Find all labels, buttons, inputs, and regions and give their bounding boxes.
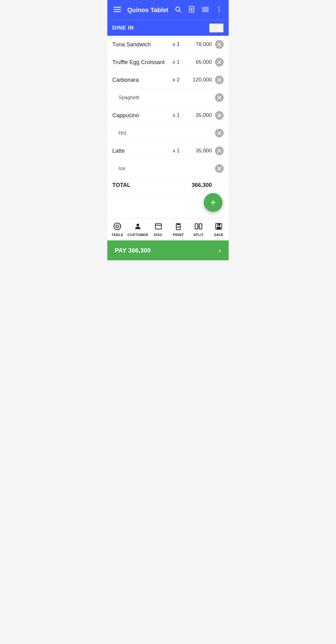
total-amount: 366,300 [192, 182, 212, 188]
nav-save[interactable]: SAVE [208, 218, 229, 240]
remove-item-button[interactable] [215, 129, 224, 137]
order-item-1[interactable]: Tuna Sandwichx 178,000 [107, 36, 229, 53]
order-item-5[interactable]: Cappucinox 135,000 [107, 107, 229, 124]
order-item-3[interactable]: Carbonarax 2120,000 [107, 71, 229, 89]
total-row: TOTAL 366,300 [107, 178, 229, 193]
order-item-7[interactable]: Lattex 135,000 [107, 142, 229, 160]
split-icon [194, 222, 203, 232]
svg-rect-10 [202, 10, 209, 11]
remove-item-button[interactable] [215, 93, 224, 102]
item-name: Cappucino [112, 112, 168, 119]
item-qty: x 1 [168, 59, 184, 65]
svg-point-32 [114, 223, 121, 230]
top-header: Quinos Tablet [107, 0, 229, 20]
svg-rect-1 [114, 9, 121, 10]
svg-rect-46 [217, 224, 218, 225]
pay-arrow: › [218, 246, 221, 255]
svg-point-39 [180, 225, 181, 226]
list-icon[interactable] [201, 5, 210, 15]
item-price: 35,000 [184, 112, 212, 118]
search-icon[interactable] [173, 5, 183, 15]
item-name: Truffle Egg Croissant [112, 59, 168, 66]
save-icon [215, 222, 223, 232]
remove-item-button[interactable] [215, 164, 224, 173]
nav-customer[interactable]: CUSTOMER [128, 218, 148, 240]
add-item-fab[interactable]: + [204, 193, 222, 212]
more-icon[interactable] [214, 5, 224, 15]
menu-icon[interactable] [112, 4, 122, 16]
save-label: SAVE [214, 233, 223, 237]
item-qty: x 1 [168, 112, 184, 118]
svg-rect-0 [114, 7, 121, 8]
item-name: Tuna Sandwich [112, 41, 168, 48]
svg-rect-45 [217, 227, 221, 229]
customer-label: CUSTOMER [128, 233, 148, 237]
item-name: Carbonara [112, 77, 168, 83]
svg-point-14 [218, 11, 220, 12]
svg-rect-9 [202, 8, 209, 9]
svg-rect-41 [199, 224, 202, 229]
svg-rect-37 [176, 227, 180, 230]
order-item-6[interactable]: Hot [107, 124, 229, 142]
disc-label: DISC [154, 233, 163, 237]
split-label: SPLIT [193, 233, 204, 237]
remove-item-button[interactable] [215, 58, 224, 67]
add-note-icon[interactable] [187, 5, 196, 15]
svg-rect-38 [177, 224, 180, 225]
svg-rect-40 [195, 224, 198, 229]
item-name: Latte [112, 148, 168, 154]
item-price: 35,000 [184, 148, 212, 154]
order-list: Tuna Sandwichx 178,000Truffle Egg Croiss… [107, 36, 229, 218]
item-price: 65,000 [184, 59, 212, 65]
svg-rect-11 [202, 11, 209, 12]
svg-point-33 [116, 225, 119, 228]
nav-split[interactable]: SPLIT [189, 218, 209, 240]
table-icon [113, 222, 121, 232]
svg-point-15 [218, 25, 221, 28]
svg-point-13 [218, 9, 220, 10]
nav-table[interactable]: TABLE [107, 218, 128, 240]
pay-bar[interactable]: PAY 366,300 › [107, 240, 229, 260]
order-item-4[interactable]: Spaghetti [107, 89, 229, 107]
order-item-2[interactable]: Truffle Egg Croissantx 165,000 [107, 53, 229, 71]
svg-point-34 [137, 224, 139, 226]
svg-point-12 [218, 7, 220, 8]
disc-icon [154, 222, 162, 232]
print-label: PRINT [173, 233, 184, 237]
svg-rect-8 [202, 7, 209, 8]
app-title: Quinos Tablet [126, 7, 170, 14]
pay-text: PAY 366,300 [115, 247, 151, 254]
item-price: 78,000 [184, 41, 212, 48]
svg-rect-35 [155, 224, 161, 229]
remove-item-button[interactable] [215, 40, 224, 49]
nav-print[interactable]: PRINT [168, 218, 189, 240]
add-person-button[interactable]: + [209, 23, 224, 33]
svg-rect-2 [114, 11, 121, 12]
item-qty: x 1 [168, 148, 184, 154]
bottom-nav: TABLE CUSTOMER DISC PRI [107, 218, 229, 240]
header-right-icons [173, 5, 224, 15]
svg-rect-44 [217, 223, 220, 226]
item-name: Hot [119, 130, 168, 136]
item-qty: x 1 [168, 41, 184, 48]
total-label: TOTAL [112, 182, 192, 188]
item-qty: x 2 [168, 77, 184, 83]
print-icon [174, 222, 182, 232]
item-name: Ice [119, 166, 168, 171]
remove-item-button[interactable] [215, 76, 224, 84]
item-price: 120,000 [184, 77, 212, 83]
dine-in-bar: DINE IN + [107, 20, 229, 36]
nav-disc[interactable]: DISC [148, 218, 168, 240]
remove-item-button[interactable] [215, 146, 224, 155]
table-label: TABLE [111, 233, 123, 237]
remove-item-button[interactable] [215, 111, 224, 120]
svg-line-4 [179, 11, 181, 12]
dine-in-label: DINE IN [112, 25, 134, 31]
customer-icon [134, 222, 142, 232]
item-name: Spaghetti [119, 95, 168, 100]
order-item-8[interactable]: Ice [107, 160, 229, 178]
